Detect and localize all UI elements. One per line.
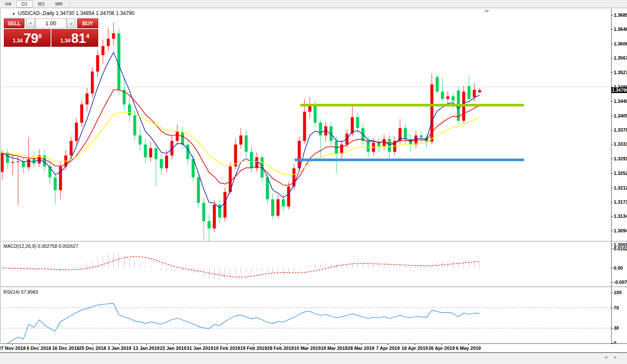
- rsi-axis-tick: [611, 292, 613, 293]
- price-axis-label: 1.31340: [614, 214, 627, 219]
- timeframe-button-mn[interactable]: MN: [50, 0, 68, 8]
- volume-input[interactable]: 1.00: [35, 18, 67, 28]
- date-axis-tick: [119, 344, 120, 345]
- toolbar-separator: [69, 1, 70, 7]
- macd-axis-label: 0.010229: [614, 246, 627, 251]
- date-axis-label: 16 Dec 2018: [52, 346, 79, 351]
- price-axis-label: 1.32910: [614, 156, 627, 161]
- price-axis-label: 1.34490: [614, 99, 627, 104]
- buy-button[interactable]: BUY: [77, 18, 98, 28]
- date-axis-label: 27 Nov 2018: [0, 346, 26, 351]
- date-axis-label: 19 Mar 2019: [321, 346, 347, 351]
- chart-tab-bar: ◄►: [0, 352, 627, 364]
- price-axis-tick: [611, 116, 613, 116]
- date-axis-tick: [66, 344, 66, 345]
- chart-title-text: USDCAD-,Daily 1.34730 1.34854 1.34706 1.…: [18, 10, 135, 16]
- timeframe-button-d1[interactable]: D1: [16, 0, 33, 8]
- rsi-axis-label: 70: [614, 305, 619, 310]
- date-axis-tick: [146, 344, 147, 345]
- date-axis-tick: [334, 344, 335, 345]
- sell-price-prefix: 1.34: [13, 38, 23, 44]
- sell-price-button[interactable]: 1.34 79 0: [4, 29, 51, 47]
- price-axis-label: 1.33700: [614, 127, 627, 132]
- date-axis[interactable]: 27 Nov 20186 Dec 201816 Dec 201825 Dec 2…: [0, 344, 627, 352]
- date-axis-label: 26 Apr 2019: [428, 346, 455, 351]
- macd-axis-label: 0.00: [614, 265, 623, 271]
- chart-left-border: [0, 9, 1, 344]
- sell-price-pip: 0: [39, 33, 42, 39]
- volume-increase-button[interactable]: ▲: [66, 18, 75, 28]
- rsi-axis-tick: [611, 308, 613, 308]
- current-price-tag: 1.34790: [612, 87, 627, 93]
- price-axis-tick: [611, 72, 613, 73]
- chart-shift-marker-icon[interactable]: [484, 10, 490, 13]
- date-axis-tick: [93, 344, 93, 345]
- date-axis-tick: [307, 344, 308, 345]
- price-axis-tick: [611, 58, 613, 58]
- date-axis-label: 16 Apr 2019: [401, 346, 428, 351]
- tab-scroll-right-icon[interactable]: ►: [614, 355, 624, 359]
- macd-axis-tick: [611, 249, 613, 249]
- rsi-axis-label: 100: [614, 290, 621, 295]
- date-axis-label: 13 Jan 2019: [133, 346, 160, 351]
- date-axis-tick: [280, 344, 281, 345]
- collapse-triangle-icon[interactable]: ▲: [12, 12, 15, 15]
- buy-price-big: 81: [71, 32, 86, 45]
- date-axis-label: 10 Feb 2019: [214, 346, 240, 351]
- price-axis-label: 1.36850: [614, 12, 627, 18]
- date-axis-tick: [415, 344, 415, 345]
- price-axis-label: 1.31730: [614, 199, 627, 205]
- date-axis-label: 10 Mar 2019: [294, 346, 320, 351]
- price-axis-tick: [611, 173, 613, 174]
- price-axis-label: 1.36060: [614, 41, 627, 46]
- price-axis-tick: [611, 29, 613, 30]
- volume-decrease-button[interactable]: ▼: [26, 18, 35, 28]
- date-axis-tick: [227, 344, 227, 345]
- date-axis-tick: [200, 344, 200, 345]
- tab-scroll-left-icon[interactable]: ◄: [604, 355, 614, 359]
- price-axis-tick: [611, 44, 613, 44]
- price-axis-tick: [611, 202, 613, 202]
- timeframe-button-w1[interactable]: W1: [33, 0, 50, 8]
- one-click-trading-widget: SELL ▼ 1.00 ▲ BUY 1.34 79 0 1.34 81 4: [4, 18, 98, 47]
- macd-axis-tick: [611, 268, 613, 268]
- date-axis-label: 31 Jan 2019: [187, 346, 213, 351]
- price-axis-label: 1.35670: [614, 55, 627, 60]
- buy-price-prefix: 1.34: [60, 38, 70, 44]
- price-axis-label: 1.36460: [614, 27, 627, 32]
- price-axis-tick: [611, 144, 613, 144]
- price-axis-label: 1.35270: [614, 70, 627, 75]
- price-axis-label: 1.30940: [614, 228, 627, 233]
- date-axis-label: 28 Feb 2019: [267, 346, 294, 351]
- price-axis-tick: [611, 245, 613, 245]
- date-axis-label: 19 Feb 2019: [240, 346, 267, 351]
- macd-axis-tick: [611, 282, 613, 283]
- sell-price-big: 79: [24, 32, 38, 45]
- price-axis-tick: [611, 159, 613, 159]
- rsi-indicator-panel[interactable]: [0, 288, 611, 343]
- price-axis-divider: [611, 9, 612, 344]
- date-axis-tick: [12, 344, 12, 345]
- price-axis-label: 1.34090: [614, 113, 627, 118]
- date-axis-tick: [173, 344, 174, 345]
- date-axis-tick: [39, 344, 39, 345]
- buy-price-pip: 4: [86, 33, 90, 39]
- date-axis-label: 7 Apr 2019: [376, 346, 400, 351]
- date-axis-label: 28 Mar 2019: [348, 346, 374, 351]
- date-axis-tick: [468, 344, 469, 345]
- trading-terminal-window: H4D1W1MN ▲USDCAD-,Daily 1.34730 1.34854 …: [0, 0, 627, 364]
- date-axis-label: 6 Dec 2018: [27, 346, 51, 351]
- macd-label: MACD(12,26,9) 0.002758 0.002627: [3, 244, 78, 249]
- chart-title: ▲USDCAD-,Daily 1.34730 1.34854 1.34706 1…: [12, 10, 134, 16]
- date-axis-label: 25 Dec 2018: [79, 346, 106, 351]
- macd-indicator-panel[interactable]: [0, 242, 611, 286]
- buy-price-button[interactable]: 1.34 81 4: [51, 29, 98, 47]
- price-axis-tick: [611, 15, 613, 15]
- rsi-label: RSI(14) 57.8983: [3, 289, 38, 295]
- sell-button[interactable]: SELL: [4, 18, 24, 28]
- price-axis-label: 1.32120: [614, 185, 627, 190]
- price-axis-tick: [611, 216, 613, 217]
- timeframe-button-h4[interactable]: H4: [0, 0, 16, 8]
- spinner-up-icon: ▲: [70, 22, 72, 25]
- timeframe-toolbar: H4D1W1MN: [0, 0, 627, 8]
